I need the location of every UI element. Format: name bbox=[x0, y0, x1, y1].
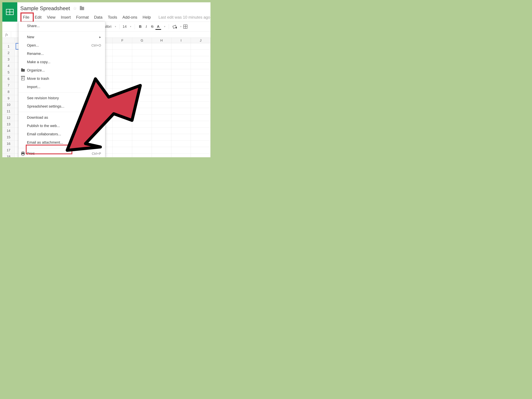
select-all-corner[interactable] bbox=[2, 38, 15, 43]
row-header[interactable]: 12 bbox=[2, 114, 15, 121]
row-header[interactable]: 4 bbox=[2, 63, 15, 69]
cell[interactable] bbox=[132, 114, 152, 121]
font-size[interactable]: 14 bbox=[122, 25, 127, 29]
cell[interactable] bbox=[191, 140, 210, 147]
cell[interactable] bbox=[113, 63, 132, 69]
menu-edit[interactable]: Edit bbox=[32, 14, 44, 21]
cell[interactable] bbox=[171, 121, 191, 127]
cell[interactable] bbox=[152, 121, 171, 127]
menu-item-make-copy[interactable]: Make a copy... bbox=[19, 58, 105, 66]
cell[interactable] bbox=[113, 127, 132, 134]
cell[interactable] bbox=[152, 82, 171, 89]
cell[interactable] bbox=[113, 43, 132, 50]
row-header[interactable]: 11 bbox=[2, 108, 15, 114]
cell[interactable] bbox=[132, 76, 152, 82]
cell[interactable] bbox=[152, 56, 171, 63]
cell[interactable] bbox=[171, 43, 191, 50]
cell[interactable] bbox=[191, 63, 210, 69]
menu-item-print[interactable]: PrintCtrl+P bbox=[19, 149, 105, 157]
cell[interactable] bbox=[152, 147, 171, 153]
menu-item-email-as-attachment[interactable]: Email as attachment... bbox=[19, 138, 105, 147]
menu-insert[interactable]: Insert bbox=[58, 14, 74, 21]
cell[interactable] bbox=[191, 82, 210, 89]
cell[interactable] bbox=[152, 127, 171, 134]
cell[interactable] bbox=[132, 89, 152, 95]
cell[interactable] bbox=[113, 101, 132, 108]
cell[interactable] bbox=[152, 134, 171, 140]
menu-item-new[interactable]: New▶ bbox=[19, 33, 105, 41]
cell[interactable] bbox=[113, 82, 132, 89]
cell[interactable] bbox=[152, 101, 171, 108]
cell[interactable] bbox=[113, 121, 132, 127]
cell[interactable] bbox=[171, 95, 191, 101]
cell[interactable] bbox=[171, 82, 191, 89]
cell[interactable] bbox=[132, 50, 152, 56]
menu-data[interactable]: Data bbox=[91, 14, 105, 21]
menu-item-organize[interactable]: Organize... bbox=[19, 66, 105, 75]
cell[interactable] bbox=[171, 114, 191, 121]
row-header[interactable]: 17 bbox=[2, 147, 15, 153]
cell[interactable] bbox=[132, 127, 152, 134]
star-icon[interactable]: ☆ bbox=[73, 6, 77, 11]
strikethrough-button[interactable]: S bbox=[150, 24, 155, 29]
cell[interactable] bbox=[191, 147, 210, 153]
cell[interactable] bbox=[113, 50, 132, 56]
row-header[interactable]: 6 bbox=[2, 76, 15, 82]
menu-item-revision-history[interactable]: See revision historyCtrl+Alt bbox=[19, 94, 105, 102]
borders-button[interactable] bbox=[183, 24, 188, 29]
menu-help[interactable]: Help bbox=[140, 14, 153, 21]
column-header[interactable]: I bbox=[171, 38, 191, 43]
cell[interactable] bbox=[113, 153, 132, 157]
cell[interactable] bbox=[113, 108, 132, 114]
chevron-down-icon[interactable]: ▼ bbox=[178, 25, 182, 28]
column-header[interactable]: G bbox=[132, 38, 152, 43]
cell[interactable] bbox=[171, 134, 191, 140]
cell[interactable] bbox=[191, 76, 210, 82]
folder-icon[interactable] bbox=[80, 7, 84, 10]
menu-item-rename[interactable]: Rename... bbox=[19, 50, 105, 58]
cell[interactable] bbox=[132, 108, 152, 114]
sheets-logo[interactable] bbox=[2, 2, 17, 22]
cell[interactable] bbox=[152, 114, 171, 121]
cell[interactable] bbox=[132, 63, 152, 69]
cell[interactable] bbox=[191, 153, 210, 157]
cell[interactable] bbox=[113, 95, 132, 101]
cell[interactable] bbox=[132, 121, 152, 127]
row-header[interactable]: 9 bbox=[2, 95, 15, 101]
chevron-down-icon[interactable]: ▼ bbox=[112, 25, 116, 28]
cell[interactable] bbox=[171, 147, 191, 153]
cell[interactable] bbox=[132, 95, 152, 101]
row-header[interactable]: 18 bbox=[2, 153, 15, 157]
cell[interactable] bbox=[171, 101, 191, 108]
menu-item-publish-web[interactable]: Publish to the web... bbox=[19, 122, 105, 130]
cell[interactable] bbox=[152, 153, 171, 157]
menu-item-move-to-trash[interactable]: Move to trash bbox=[19, 75, 105, 83]
row-header[interactable]: 1 bbox=[2, 43, 15, 50]
row-header[interactable]: 5 bbox=[2, 69, 15, 76]
cell[interactable] bbox=[191, 108, 210, 114]
cell[interactable] bbox=[132, 56, 152, 63]
cell[interactable] bbox=[191, 43, 210, 50]
cell[interactable] bbox=[113, 140, 132, 147]
menu-addons[interactable]: Add-ons bbox=[120, 14, 140, 21]
cell[interactable] bbox=[113, 76, 132, 82]
menu-item-download-as[interactable]: Download as bbox=[19, 113, 105, 122]
cell[interactable] bbox=[152, 63, 171, 69]
row-header[interactable]: 15 bbox=[2, 134, 15, 140]
cell[interactable] bbox=[152, 76, 171, 82]
last-edit-text[interactable]: Last edit was 10 minutes ago bbox=[158, 15, 210, 20]
cell[interactable] bbox=[152, 95, 171, 101]
cell[interactable] bbox=[152, 140, 171, 147]
cell[interactable] bbox=[113, 147, 132, 153]
cell[interactable] bbox=[171, 140, 191, 147]
text-color-button[interactable]: A bbox=[156, 24, 161, 29]
cell[interactable] bbox=[113, 69, 132, 76]
row-header[interactable]: 3 bbox=[2, 56, 15, 63]
cell[interactable] bbox=[132, 147, 152, 153]
cell[interactable] bbox=[171, 56, 191, 63]
cell[interactable] bbox=[171, 50, 191, 56]
cell[interactable] bbox=[171, 69, 191, 76]
column-header[interactable]: F bbox=[113, 38, 132, 43]
cell[interactable] bbox=[113, 56, 132, 63]
row-header[interactable]: 10 bbox=[2, 101, 15, 108]
